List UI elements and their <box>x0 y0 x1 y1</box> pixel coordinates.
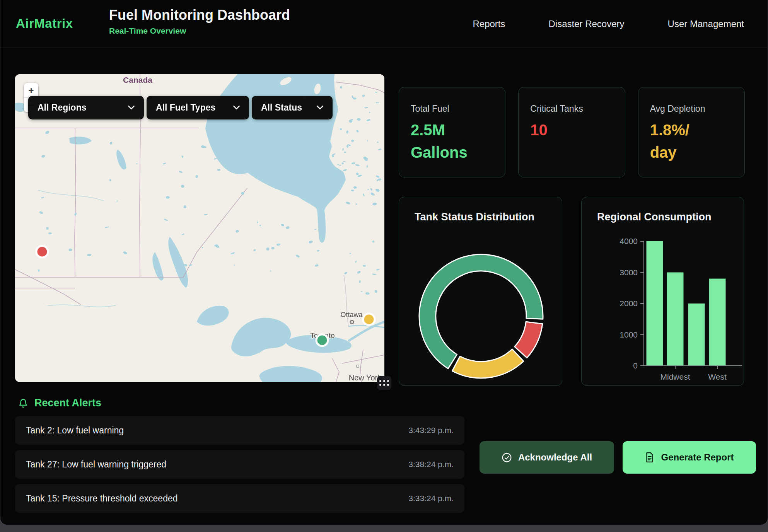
generate-report-button[interactable]: Generate Report <box>623 441 756 474</box>
main-nav: Reports Disaster Recovery User Managemen… <box>473 0 744 48</box>
stat-card-critical-tanks: Critical Tanks 10 <box>518 87 625 177</box>
nav-user-management[interactable]: User Management <box>668 19 744 29</box>
donut-chart-title: Tank Status Distribution <box>415 211 534 223</box>
bar-x-tick-label: Midwest <box>660 372 690 381</box>
bar-x-tick-label: West <box>708 372 727 381</box>
chevron-down-icon <box>317 106 323 110</box>
resize-grip[interactable] <box>377 376 391 390</box>
stat-cards: Total Fuel 2.5M Gallons Critical Tanks 1… <box>399 87 745 177</box>
map-label-ottawa: Ottawa <box>340 311 363 319</box>
bar-y-tick-label: 2000 <box>620 299 638 308</box>
alert-timestamp: 3:43:29 p.m. <box>408 426 454 435</box>
region-filter-dropdown[interactable]: All Regions <box>28 96 144 119</box>
newyork-town-icon <box>357 365 359 367</box>
stat-label: Critical Tanks <box>530 104 613 114</box>
tank-marker-warning[interactable] <box>363 314 375 325</box>
fuel-type-filter-dropdown[interactable]: All Fuel Types <box>147 96 249 119</box>
tank-marker-normal[interactable] <box>316 334 328 346</box>
chart-panels: Tank Status Distribution Regional Consum… <box>399 197 744 386</box>
tank-status-panel: Tank Status Distribution <box>399 197 562 386</box>
bar-region-3 <box>688 304 705 366</box>
bar-y-tick-label: 4000 <box>620 237 638 246</box>
alert-message: Tank 27: Low fuel warning triggered <box>26 459 166 470</box>
app-window: AirMatrix Fuel Monitoring Dashboard Real… <box>0 0 768 525</box>
bar-y-tick-label: 1000 <box>620 330 638 339</box>
alerts-header: Recent Alerts <box>17 397 101 409</box>
bar-midwest <box>667 273 684 366</box>
brand-logo[interactable]: AirMatrix <box>16 16 73 31</box>
generate-report-label: Generate Report <box>661 452 734 463</box>
ottawa-town-dot <box>352 322 353 323</box>
bar-y-tick-label: 3000 <box>620 268 638 277</box>
stat-card-avg-depletion: Avg Depletion 1.8%/ day <box>638 87 745 177</box>
alert-timestamp: 3:33:24 p.m. <box>408 494 454 503</box>
page-title: Fuel Monitoring Dashboard <box>109 7 290 23</box>
stat-value-line: day <box>650 141 733 164</box>
zoom-in-button[interactable]: + <box>24 83 38 97</box>
donut-segment-critical <box>515 322 543 358</box>
stat-value-line: 10 <box>530 119 613 141</box>
bar-region-1 <box>647 241 663 366</box>
status-filter-value: All Status <box>261 102 302 113</box>
stat-value-line: 1.8%/ <box>650 119 733 141</box>
status-filter-dropdown[interactable]: All Status <box>252 96 333 119</box>
stat-label: Total Fuel <box>411 104 493 114</box>
donut-segment-warning <box>452 349 524 378</box>
map-filter-bar: All Regions All Fuel Types All Status <box>28 96 333 119</box>
chevron-down-icon <box>128 106 135 110</box>
tank-marker-critical[interactable] <box>36 246 48 257</box>
map-canvas[interactable]: Canada Ottawa Toronto New York <box>15 74 384 382</box>
fuel-type-filter-value: All Fuel Types <box>156 102 215 113</box>
header: AirMatrix Fuel Monitoring Dashboard Real… <box>0 0 768 48</box>
map-label-canada: Canada <box>123 75 152 84</box>
nav-reports[interactable]: Reports <box>473 19 505 29</box>
nav-disaster-recovery[interactable]: Disaster Recovery <box>549 19 625 29</box>
stat-card-total-fuel: Total Fuel 2.5M Gallons <box>399 87 505 177</box>
file-report-icon <box>645 452 655 463</box>
bar-y-tick-label: 0 <box>633 361 638 370</box>
regional-consumption-bar-chart: 01000200030004000MidwestWest <box>582 197 744 386</box>
map-panel: Canada Ottawa Toronto New York + − All R… <box>15 74 384 382</box>
tank-status-donut-chart <box>399 197 562 386</box>
alert-timestamp: 3:38:24 p.m. <box>408 460 454 469</box>
bell-icon <box>17 397 29 409</box>
alert-row: Tank 27: Low fuel warning triggered 3:38… <box>15 450 464 479</box>
alert-message: Tank 2: Low fuel warning <box>26 425 124 436</box>
regional-consumption-panel: Regional Consumption 01000200030004000Mi… <box>581 197 744 386</box>
bar-chart-title: Regional Consumption <box>597 211 711 223</box>
stat-value-line: 2.5M <box>411 119 493 141</box>
title-block: Fuel Monitoring Dashboard Real-Time Over… <box>109 7 290 36</box>
bar-west <box>709 279 726 366</box>
alert-row: Tank 15: Pressure threshold exceeded 3:3… <box>15 484 464 513</box>
alerts-heading: Recent Alerts <box>34 397 101 409</box>
check-circle-icon <box>502 452 512 463</box>
acknowledge-all-label: Acknowledge All <box>518 452 592 463</box>
alert-row: Tank 2: Low fuel warning 3:43:29 p.m. <box>15 416 464 445</box>
stat-value-line: Gallons <box>411 141 493 164</box>
alert-message: Tank 15: Pressure threshold exceeded <box>26 493 178 504</box>
region-filter-value: All Regions <box>38 102 87 113</box>
acknowledge-all-button[interactable]: Acknowledge All <box>480 441 614 474</box>
page-subtitle: Real-Time Overview <box>109 26 290 36</box>
chevron-down-icon <box>233 106 240 110</box>
stat-label: Avg Depletion <box>650 104 733 114</box>
